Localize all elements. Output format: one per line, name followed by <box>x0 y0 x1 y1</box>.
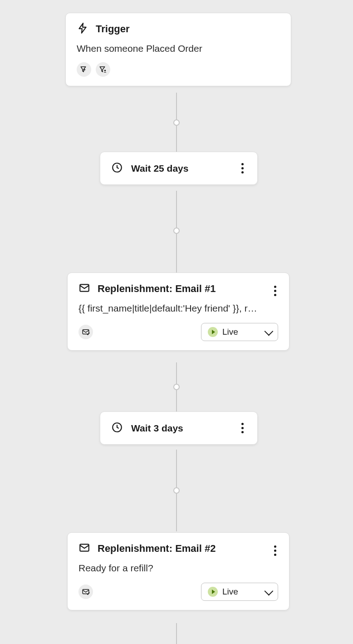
chevron-down-icon <box>265 587 274 596</box>
flow-add-node[interactable] <box>173 384 180 390</box>
more-menu[interactable] <box>239 160 246 176</box>
mail-check-icon[interactable] <box>78 585 93 599</box>
wait-label: Wait 3 days <box>131 423 230 434</box>
play-icon <box>208 587 218 597</box>
connector <box>176 623 177 644</box>
flow-add-node[interactable] <box>173 487 180 494</box>
lightning-icon <box>77 22 88 36</box>
mail-check-icon[interactable] <box>78 325 93 339</box>
wait-label: Wait 25 days <box>131 163 230 174</box>
status-dropdown[interactable]: Live <box>201 323 278 341</box>
svg-rect-6 <box>83 590 89 594</box>
email-step-card[interactable]: Replenishment: Email #2 Ready for a refi… <box>67 532 289 610</box>
email-preview: Ready for a refill? <box>78 563 278 574</box>
chevron-down-icon <box>265 327 274 336</box>
filter-lightning-icon[interactable] <box>77 62 91 77</box>
email-title: Replenishment: Email #1 <box>98 283 216 295</box>
trigger-description: When someone Placed Order <box>77 43 280 54</box>
more-menu[interactable] <box>271 543 279 559</box>
svg-rect-3 <box>83 330 89 334</box>
status-dropdown[interactable]: Live <box>201 583 278 601</box>
flow-add-node[interactable] <box>173 228 180 234</box>
email-preview: {{ first_name|title|default:'Hey friend'… <box>78 303 278 314</box>
mail-icon <box>78 282 90 296</box>
svg-point-0 <box>104 70 106 71</box>
filter-person-icon[interactable] <box>96 62 110 77</box>
mail-icon <box>78 542 90 555</box>
clock-icon <box>111 421 123 435</box>
trigger-title: Trigger <box>96 23 130 35</box>
more-menu[interactable] <box>271 283 279 299</box>
clock-icon <box>111 162 123 175</box>
status-label: Live <box>222 587 238 597</box>
trigger-card[interactable]: Trigger When someone Placed Order <box>65 13 291 86</box>
email-step-card[interactable]: Replenishment: Email #1 {{ first_name|ti… <box>67 272 289 351</box>
status-label: Live <box>222 327 238 337</box>
wait-step-card[interactable]: Wait 25 days <box>100 152 258 185</box>
email-title: Replenishment: Email #2 <box>98 543 216 555</box>
more-menu[interactable] <box>239 420 246 436</box>
flow-add-node[interactable] <box>173 119 180 126</box>
wait-step-card[interactable]: Wait 3 days <box>100 411 258 445</box>
play-icon <box>208 327 218 337</box>
